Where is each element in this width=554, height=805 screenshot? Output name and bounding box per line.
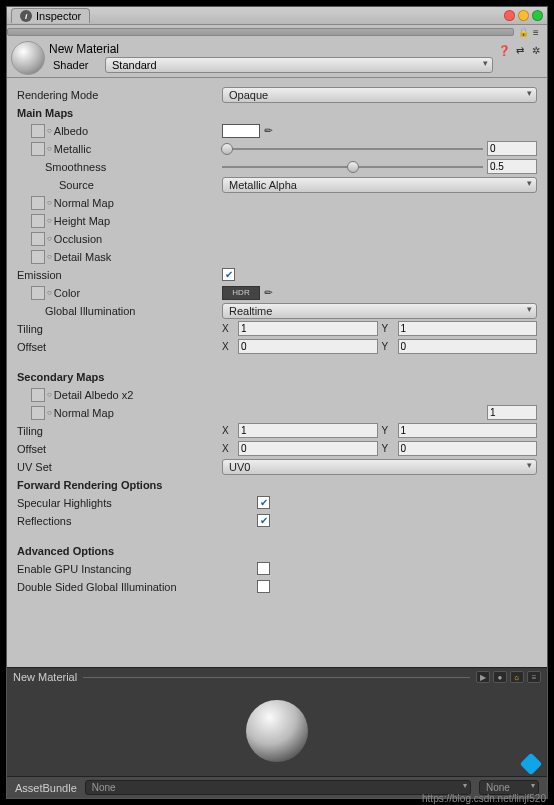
- play-icon[interactable]: ▶: [476, 671, 490, 683]
- emission-checkbox[interactable]: [222, 268, 235, 281]
- advanced-options-header: Advanced Options: [17, 545, 222, 557]
- smoothness-label: Smoothness: [45, 161, 106, 173]
- offset-x-field[interactable]: [238, 339, 378, 354]
- inspector-tab[interactable]: i Inspector: [11, 8, 90, 23]
- expand-icon[interactable]: ○: [47, 252, 52, 261]
- light-icon[interactable]: ☼: [510, 671, 524, 683]
- source-label: Source: [59, 179, 94, 191]
- info-icon: i: [20, 10, 32, 22]
- occlusion-texture-slot[interactable]: [31, 232, 45, 246]
- gi-label: Global Illumination: [45, 305, 136, 317]
- metallic-value-field[interactable]: [487, 141, 537, 156]
- material-preview-thumb: [11, 41, 45, 75]
- tiling-label: Tiling: [17, 323, 43, 335]
- shader-dropdown[interactable]: Standard: [105, 57, 493, 73]
- offset2-x-field[interactable]: [238, 441, 378, 456]
- y-label: Y: [382, 443, 394, 454]
- y-label: Y: [382, 341, 394, 352]
- offset-y-field[interactable]: [398, 339, 538, 354]
- help-icon[interactable]: ❓: [497, 43, 511, 57]
- preview-viewport[interactable]: [7, 686, 547, 776]
- lock-icon[interactable]: 🔒: [518, 27, 529, 37]
- rendering-mode-label: Rendering Mode: [17, 89, 222, 101]
- sphere-icon[interactable]: ●: [493, 671, 507, 683]
- detail-albedo-label: Detail Albedo x2: [54, 389, 134, 401]
- secondary-maps-header: Secondary Maps: [17, 371, 222, 383]
- expand-icon[interactable]: ○: [47, 288, 52, 297]
- eyedropper-icon[interactable]: ✎: [261, 124, 274, 137]
- albedo-label: Albedo: [54, 125, 88, 137]
- uvset-label: UV Set: [17, 461, 52, 473]
- offset2-label: Offset: [17, 443, 46, 455]
- expand-icon[interactable]: ○: [47, 390, 52, 399]
- preview-title: New Material: [13, 671, 77, 683]
- gear-icon[interactable]: ✲: [529, 43, 543, 57]
- shader-label: Shader: [49, 59, 99, 71]
- heightmap-texture-slot[interactable]: [31, 214, 45, 228]
- gi-dropdown[interactable]: Realtime: [222, 303, 537, 319]
- normal-map2-label: Normal Map: [54, 407, 114, 419]
- tiling-y-field[interactable]: [398, 321, 538, 336]
- tag-icon[interactable]: [520, 753, 543, 776]
- close-button[interactable]: [504, 10, 515, 21]
- offset2-y-field[interactable]: [398, 441, 538, 456]
- tiling2-label: Tiling: [17, 425, 43, 437]
- smoothness-slider[interactable]: [222, 160, 483, 174]
- eyedropper-icon[interactable]: ✎: [261, 286, 274, 299]
- minimize-button[interactable]: [518, 10, 529, 21]
- header-info: New Material Shader Standard: [49, 41, 493, 73]
- detailmask-texture-slot[interactable]: [31, 250, 45, 264]
- normalmap2-value-field[interactable]: [487, 405, 537, 420]
- tiling-x-field[interactable]: [238, 321, 378, 336]
- normalmap-texture-slot[interactable]: [31, 196, 45, 210]
- offset-label: Offset: [17, 341, 46, 353]
- expand-icon[interactable]: ○: [47, 198, 52, 207]
- x-label: X: [222, 341, 234, 352]
- material-name: New Material: [49, 41, 493, 57]
- normalmap2-texture-slot[interactable]: [31, 406, 45, 420]
- context-menu-icon[interactable]: ≡: [529, 25, 543, 39]
- rendering-mode-dropdown[interactable]: Opaque: [222, 87, 537, 103]
- preview-header[interactable]: New Material ▶ ● ☼ ≡: [7, 668, 547, 686]
- main-maps-header: Main Maps: [17, 107, 222, 119]
- occlusion-label: Occlusion: [54, 233, 102, 245]
- tiling2-x-field[interactable]: [238, 423, 378, 438]
- emission-color-label: Color: [54, 287, 80, 299]
- expand-icon[interactable]: ○: [47, 234, 52, 243]
- assetbundle-name-dropdown[interactable]: None: [85, 780, 471, 795]
- detail-albedo-texture-slot[interactable]: [31, 388, 45, 402]
- x-label: X: [222, 443, 234, 454]
- uvset-dropdown[interactable]: UV0: [222, 459, 537, 475]
- reflections-checkbox[interactable]: [257, 514, 270, 527]
- popup-handle[interactable]: [7, 28, 514, 36]
- specular-label: Specular Highlights: [17, 497, 112, 509]
- metallic-texture-slot[interactable]: [31, 142, 45, 156]
- expand-icon[interactable]: ○: [47, 126, 52, 135]
- forward-rendering-header: Forward Rendering Options: [17, 479, 222, 491]
- x-label: X: [222, 425, 234, 436]
- emission-color-texture-slot[interactable]: [31, 286, 45, 300]
- smoothness-value-field[interactable]: [487, 159, 537, 174]
- titlebar: i Inspector: [7, 7, 547, 25]
- y-label: Y: [382, 425, 394, 436]
- albedo-color-swatch[interactable]: [222, 124, 260, 138]
- gpu-instancing-checkbox[interactable]: [257, 562, 270, 575]
- expand-icon[interactable]: ○: [47, 408, 52, 417]
- tiling2-y-field[interactable]: [398, 423, 538, 438]
- tab-title: Inspector: [36, 10, 81, 22]
- doublesided-gi-checkbox[interactable]: [257, 580, 270, 593]
- inspector-window: i Inspector 🔒 ≡ New Material Shader Stan…: [6, 6, 548, 799]
- emission-hdr-swatch[interactable]: HDR: [222, 286, 260, 300]
- grid-icon[interactable]: ≡: [527, 671, 541, 683]
- source-dropdown[interactable]: Metallic Alpha: [222, 177, 537, 193]
- albedo-texture-slot[interactable]: [31, 124, 45, 138]
- maximize-button[interactable]: [532, 10, 543, 21]
- expand-icon[interactable]: ○: [47, 216, 52, 225]
- specular-checkbox[interactable]: [257, 496, 270, 509]
- metallic-slider[interactable]: [222, 142, 483, 156]
- popup-handle-row: 🔒 ≡: [7, 25, 547, 39]
- reflections-label: Reflections: [17, 515, 71, 527]
- preset-icon[interactable]: ⇄: [513, 43, 527, 57]
- expand-icon[interactable]: ○: [47, 144, 52, 153]
- normal-map-label: Normal Map: [54, 197, 114, 209]
